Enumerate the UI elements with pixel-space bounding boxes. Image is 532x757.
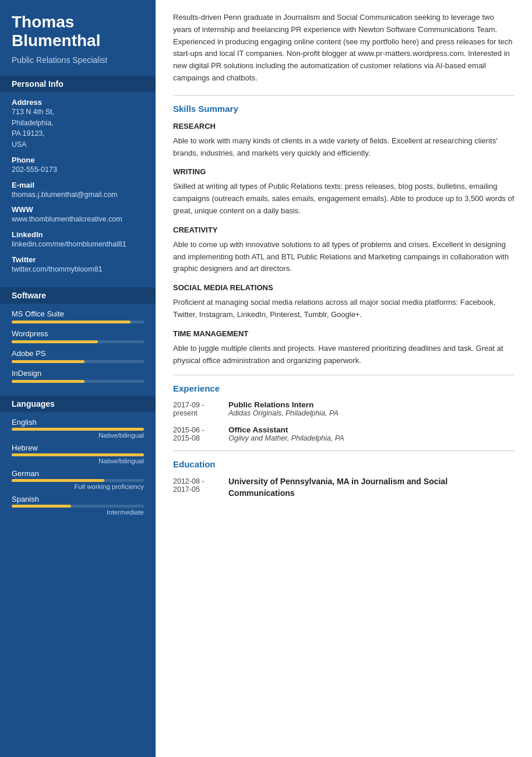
exp-company: Adidas Originals, Philadelphia, PA	[228, 409, 339, 417]
exp-date: 2015-06 -2015-08	[173, 425, 228, 442]
candidate-name: Thomas Blumenthal	[12, 13, 144, 50]
software-bar-bg	[12, 360, 144, 363]
language-level: Native/bilingual	[12, 457, 144, 464]
skill-category-title: CREATIVITY	[173, 226, 515, 234]
experience-item: 2017-09 -present Public Relations Intern…	[173, 400, 515, 417]
linkedin-label: LinkedIn	[12, 230, 144, 239]
skill-category-title: TIME MANAGEMENT	[173, 329, 515, 338]
language-item: German Full working proficiency	[12, 469, 144, 490]
software-bar-fill	[12, 380, 84, 383]
language-bar-fill	[12, 428, 144, 431]
language-bar-fill	[12, 505, 71, 508]
software-item: InDesign	[12, 369, 144, 383]
language-level: Native/bilingual	[12, 432, 144, 439]
experience-item: 2015-06 -2015-08 Office Assistant Ogilvy…	[173, 425, 515, 442]
language-level: Intermediate	[12, 509, 144, 516]
skills-heading: Skills Summary	[173, 104, 515, 114]
language-bar-fill	[12, 453, 144, 456]
language-bar-bg	[12, 505, 144, 508]
personal-info-heading: Personal Info	[0, 76, 156, 92]
skill-category-desc: Able to work with many kinds of clients …	[173, 135, 515, 160]
education-heading: Education	[173, 459, 515, 469]
exp-details: Office Assistant Ogilvy and Mather, Phil…	[228, 425, 344, 442]
www-item: WWW www.thomblumenthalcreative.com	[12, 205, 144, 225]
edu-degree: University of Pennsylvania, MA in Journa…	[228, 476, 515, 499]
experience-heading: Experience	[173, 383, 515, 393]
languages-section: English Native/bilingual Hebrew Native/b…	[0, 412, 156, 527]
divider-1	[173, 95, 515, 96]
language-item: Spanish Intermediate	[12, 495, 144, 516]
language-name: German	[12, 469, 144, 478]
phone-value: 202-555-0173	[12, 164, 144, 175]
twitter-value: twitter.com/thommybloom81	[12, 264, 144, 275]
language-bar-bg	[12, 428, 144, 431]
twitter-label: Twitter	[12, 255, 144, 264]
software-name: InDesign	[12, 369, 144, 378]
exp-date: 2017-09 -present	[173, 400, 228, 417]
language-name: Spanish	[12, 495, 144, 504]
address-item: Address 713 N 4th St,Philadelphia,PA 191…	[12, 98, 144, 150]
skill-category-block: RESEARCH Able to work with many kinds of…	[173, 122, 515, 160]
linkedin-value: linkedin.com/me/thomblumenthal81	[12, 239, 144, 250]
language-item: Hebrew Native/bilingual	[12, 443, 144, 464]
experience-list: 2017-09 -present Public Relations Intern…	[173, 400, 515, 442]
summary-text: Results-driven Penn graduate in Journali…	[173, 12, 515, 84]
software-name: Wordpress	[12, 329, 144, 338]
software-heading: Software	[0, 287, 156, 304]
candidate-title: Public Relations Specialist	[12, 55, 144, 66]
phone-label: Phone	[12, 156, 144, 164]
exp-company: Ogilvy and Mather, Philadelphia, PA	[228, 434, 344, 442]
skill-category-block: TIME MANAGEMENT Able to juggle multiple …	[173, 329, 515, 367]
software-item: Wordpress	[12, 329, 144, 343]
address-value: 713 N 4th St,Philadelphia,PA 19123,USA	[12, 107, 144, 150]
www-value: www.thomblumenthalcreative.com	[12, 214, 144, 225]
twitter-item: Twitter twitter.com/thommybloom81	[12, 255, 144, 275]
exp-title: Office Assistant	[228, 425, 344, 434]
main-content: Results-driven Penn graduate in Journali…	[156, 0, 532, 757]
skill-category-title: SOCIAL MEDIA RELATIONS	[173, 283, 515, 292]
software-bar-bg	[12, 380, 144, 383]
divider-3	[173, 450, 515, 451]
software-name: MS Office Suite	[12, 309, 144, 318]
sidebar-header: Thomas Blumenthal Public Relations Speci…	[0, 0, 156, 76]
skill-category-block: CREATIVITY Able to come up with innovati…	[173, 226, 515, 275]
address-label: Address	[12, 98, 144, 107]
edu-details: University of Pennsylvania, MA in Journa…	[228, 476, 515, 499]
skill-category-desc: Able to juggle multiple clients and proj…	[173, 343, 515, 367]
skill-category-block: SOCIAL MEDIA RELATIONS Proficient at man…	[173, 283, 515, 321]
language-name: English	[12, 418, 144, 427]
sidebar: Thomas Blumenthal Public Relations Speci…	[0, 0, 156, 757]
language-item: English Native/bilingual	[12, 418, 144, 439]
language-bar-bg	[12, 453, 144, 456]
skills-list: RESEARCH Able to work with many kinds of…	[173, 122, 515, 367]
software-bar-bg	[12, 321, 144, 323]
software-name: Adobe PS	[12, 349, 144, 358]
education-list: 2012-08 -2017-05 University of Pennsylva…	[173, 476, 515, 499]
languages-heading: Languages	[0, 396, 156, 412]
language-bar-fill	[12, 479, 104, 482]
skill-category-title: WRITING	[173, 167, 515, 176]
education-item: 2012-08 -2017-05 University of Pennsylva…	[173, 476, 515, 499]
software-item: MS Office Suite	[12, 309, 144, 323]
email-value: thomas.j.blumenthal@gmail.com	[12, 189, 144, 200]
skill-category-block: WRITING Skilled at writing all types of …	[173, 167, 515, 217]
software-bar-fill	[12, 321, 131, 323]
software-item: Adobe PS	[12, 349, 144, 363]
software-section: MS Office Suite Wordpress Adobe PS InDes…	[0, 304, 156, 396]
email-item: E-mail thomas.j.blumenthal@gmail.com	[12, 181, 144, 200]
www-label: WWW	[12, 205, 144, 214]
language-level: Full working proficiency	[12, 483, 144, 490]
divider-2	[173, 375, 515, 375]
exp-title: Public Relations Intern	[228, 400, 339, 409]
software-bar-fill	[12, 340, 98, 343]
skill-category-title: RESEARCH	[173, 122, 515, 131]
linkedin-item: LinkedIn linkedin.com/me/thomblumenthal8…	[12, 230, 144, 250]
exp-details: Public Relations Intern Adidas Originals…	[228, 400, 339, 417]
email-label: E-mail	[12, 181, 144, 189]
phone-item: Phone 202-555-0173	[12, 156, 144, 175]
skill-category-desc: Proficient at managing social media rela…	[173, 297, 515, 321]
personal-info-section: Address 713 N 4th St,Philadelphia,PA 191…	[0, 92, 156, 287]
software-bar-bg	[12, 340, 144, 343]
edu-date: 2012-08 -2017-05	[173, 476, 228, 499]
software-bar-fill	[12, 360, 84, 363]
